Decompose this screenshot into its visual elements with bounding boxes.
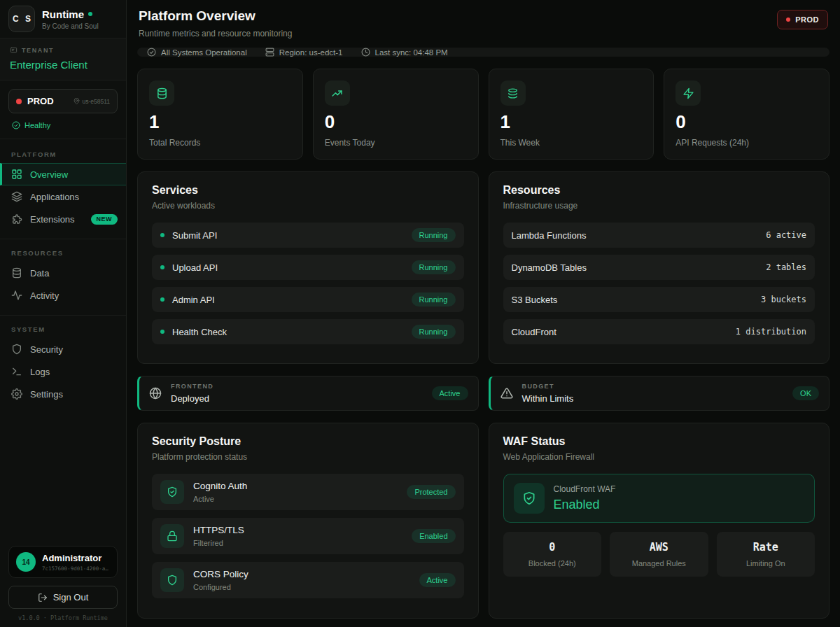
- shield-check-icon: [522, 491, 536, 505]
- logout-icon: [38, 593, 48, 603]
- environment-name: PROD: [16, 96, 54, 106]
- sidebar-nav-item-label: Activity: [30, 290, 59, 301]
- stat-value: 0: [325, 113, 335, 131]
- security-detail: Filterired: [193, 539, 402, 547]
- resources-title: Resources: [503, 184, 816, 197]
- waf-banner: CloudFront WAF Enabled: [503, 474, 816, 523]
- sign-out-button[interactable]: Sign Out: [8, 586, 118, 609]
- app-subtitle: By Code and Soul: [42, 22, 99, 30]
- stat-card: 1 This Week: [489, 69, 654, 160]
- user-id: 7c157600-9d01-4200-a587-2…: [42, 565, 110, 572]
- sidebar-footer: 14 Administrator 7c157600-9d01-4200-a587…: [0, 539, 126, 627]
- sidebar-nav-item[interactable]: Overview: [0, 163, 126, 185]
- gear-icon: [11, 388, 22, 400]
- environment-name-text: PROD: [27, 96, 54, 106]
- stat-value: 1: [500, 113, 510, 131]
- security-posture-card: Security Posture Platform protection sta…: [137, 423, 479, 619]
- database-icon: [156, 87, 168, 99]
- status-bar-item-text: Last sync: 04:48 PM: [375, 48, 448, 57]
- shield-icon: [167, 575, 178, 586]
- app-name-text: Runtime: [42, 8, 84, 20]
- app-logo: C S: [8, 6, 35, 32]
- resource-value: 1 distribution: [736, 327, 806, 337]
- sidebar-nav-item[interactable]: Data: [0, 262, 126, 284]
- resource-value: 2 tables: [766, 262, 806, 272]
- security-list: Cognito Auth Active Protected HTTPS/TLS …: [152, 474, 464, 598]
- clock-icon: [361, 48, 370, 57]
- stat-label: Total Records: [149, 138, 200, 148]
- sidebar-nav-item[interactable]: Applications: [0, 185, 126, 208]
- user-card: 14 Administrator 7c157600-9d01-4200-a587…: [8, 546, 118, 578]
- waf-title: WAF Status: [503, 435, 816, 448]
- budget-banner-text: Within Limits: [522, 393, 574, 404]
- resource-row: S3 Buckets 3 buckets: [503, 287, 816, 312]
- service-status-badge: Running: [412, 228, 456, 242]
- sidebar-header: C S Runtime By Code and Soul: [0, 0, 126, 38]
- services-subtitle: Active workloads: [152, 201, 464, 211]
- security-subtitle: Platform protection status: [152, 452, 464, 462]
- waf-stat-value: AWS: [617, 541, 701, 554]
- service-status-badge: Running: [412, 260, 456, 274]
- trending-up-icon: [331, 87, 343, 99]
- sidebar-nav-item[interactable]: Activity: [0, 284, 126, 307]
- resource-name: DynamoDB Tables: [512, 262, 587, 273]
- environment-region: us-e58511: [74, 98, 110, 105]
- budget-banner-badge: OK: [792, 386, 819, 400]
- stat-icon-box: [325, 80, 350, 106]
- sidebar-nav-item[interactable]: Extensions NEW: [0, 208, 126, 230]
- security-icon-box: [160, 480, 184, 504]
- avatar: 14: [16, 552, 36, 572]
- status-bar-item: Region: us-edct-1: [265, 48, 343, 57]
- sidebar-nav-item[interactable]: Security: [0, 338, 126, 360]
- page-subtitle: Runtime metrics and resource monitoring: [139, 29, 292, 38]
- service-row: Upload API Running: [152, 255, 464, 280]
- service-row: Health Check Running: [152, 319, 464, 344]
- sidebar-nav-item-label: Overview: [30, 169, 68, 180]
- service-status-badge: Running: [412, 325, 456, 339]
- shield-check-icon: [167, 486, 178, 498]
- new-badge: NEW: [91, 214, 118, 225]
- stat-icon-box: [149, 80, 174, 106]
- tenant-section: TENANT Enterprise Client: [0, 38, 126, 80]
- status-bar: All Systems Operational Region: us-edct-…: [137, 48, 830, 57]
- stat-icon-box: [500, 80, 526, 106]
- environment-health: Healthy: [8, 121, 118, 129]
- resources-subtitle: Infrastructure usage: [503, 201, 816, 211]
- service-row: Admin API Running: [152, 287, 464, 312]
- service-status-dot: [160, 330, 164, 334]
- resource-row: CloudFront 1 distribution: [503, 319, 816, 344]
- status-bar-item-text: All Systems Operational: [161, 48, 247, 57]
- frontend-banner-text: Deployed: [171, 393, 214, 404]
- waf-stat: 0 Blocked (24h): [503, 532, 602, 577]
- nav-section-label-platform: PLATFORM: [0, 141, 126, 163]
- environment-section: PROD us-e58511 Healthy: [0, 80, 126, 139]
- security-icon-box: [160, 568, 184, 592]
- resource-value: 3 buckets: [761, 295, 806, 304]
- waf-stats-row: 0 Blocked (24h) AWS Managed Rules Rate L…: [503, 532, 816, 577]
- id-card-icon: [10, 46, 18, 54]
- service-status-badge: Running: [412, 293, 456, 307]
- tenant-label-text: TENANT: [22, 47, 54, 54]
- activity-icon: [11, 290, 22, 301]
- resource-value: 6 active: [766, 230, 806, 240]
- security-name: CORS Policy: [193, 569, 410, 579]
- environment-health-text: Healthy: [24, 121, 50, 129]
- security-badge: Protected: [407, 485, 455, 499]
- main-content: Platform Overview Runtime metrics and re…: [127, 0, 840, 627]
- page-title: Platform Overview: [139, 8, 292, 24]
- stat-value: 1: [149, 113, 159, 131]
- service-name: Admin API: [172, 295, 215, 305]
- service-name: Submit API: [172, 230, 217, 241]
- server-icon: [265, 48, 274, 57]
- sidebar-nav-item[interactable]: Settings: [0, 383, 126, 405]
- security-badge: Active: [419, 573, 456, 587]
- warning-triangle-icon: [500, 387, 513, 400]
- stats-row: 1 Total Records 0 Events Today 1 This We…: [137, 69, 830, 160]
- sidebar-nav-item-label: Settings: [30, 389, 63, 400]
- waf-stat-label: Limiting On: [724, 559, 808, 568]
- sidebar-nav-item-label: Logs: [30, 367, 50, 377]
- waf-shield-box: [514, 483, 545, 514]
- sidebar-nav-item[interactable]: Logs: [0, 360, 126, 383]
- security-row: Cognito Auth Active Protected: [152, 474, 464, 510]
- service-status-dot: [160, 233, 164, 237]
